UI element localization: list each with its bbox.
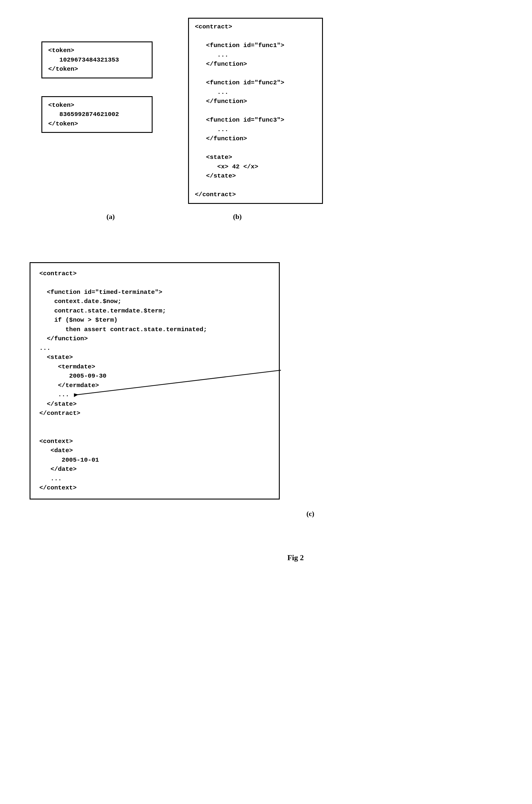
cb-l16: <x> 42 </x> — [195, 163, 258, 170]
cb-l17: </state> — [195, 172, 236, 179]
labels-row-ab: (a) (b) — [107, 213, 502, 221]
contract-box-b: <contract> <function id="func1"> ... </f… — [188, 18, 323, 204]
token1-open: <token> — [48, 47, 74, 54]
figure-label: Fig 2 — [89, 553, 502, 562]
cc-l15: </state> — [39, 401, 77, 407]
cc-l1: <contract> — [39, 270, 77, 277]
cc-l13: </termdate> — [39, 382, 99, 389]
cc-l5: contract.state.termdate.$term; — [39, 308, 166, 314]
label-b: (b) — [233, 213, 242, 221]
cc-l4: context.date.$now; — [39, 298, 121, 305]
cb-l8: ... — [195, 89, 228, 96]
cc-l12: 2005-09-30 — [39, 372, 107, 379]
cb-l4: ... — [195, 52, 228, 58]
token-box-2: <token> 8365992874621002 </token> — [41, 96, 153, 133]
cc-l16: </contract> — [39, 410, 80, 417]
cc-l21: 2005-10-01 — [39, 457, 99, 463]
cb-l9: </function> — [195, 98, 247, 105]
cb-l19: </contract> — [195, 191, 236, 198]
token2-close: </token> — [48, 121, 78, 127]
cb-l13: </function> — [195, 135, 247, 142]
label-c: (c) — [118, 510, 502, 518]
cb-l12: ... — [195, 126, 228, 133]
contract-box-c: <contract> <function id="timed-terminate… — [30, 262, 280, 499]
cc-l6: if ($now > $term) — [39, 317, 118, 324]
token2-open: <token> — [48, 102, 74, 109]
cc-l20: <date> — [39, 447, 73, 454]
cc-l19: <context> — [39, 438, 73, 445]
cc-l10: <state> — [39, 354, 73, 361]
cb-l1: <contract> — [195, 23, 232, 30]
cb-l15: <state> — [195, 154, 232, 161]
label-a: (a) — [107, 213, 115, 221]
token2-value: 8365992874621002 — [48, 111, 119, 118]
cb-l3: <function id="func1"> — [195, 42, 284, 49]
cc-l8: </function> — [39, 335, 88, 342]
cc-l23: ... — [39, 475, 62, 482]
top-row: <token> 1029673484321353 </token> <token… — [41, 18, 502, 204]
cc-l24: </context> — [39, 485, 77, 491]
cc-l14: ... — [39, 391, 69, 398]
token-box-1: <token> 1029673484321353 </token> — [41, 41, 153, 78]
cb-l5: </function> — [195, 61, 247, 68]
cc-l3: <function id="timed-terminate"> — [39, 289, 163, 296]
cc-l11: <termdate> — [39, 363, 95, 370]
tokens-column: <token> 1029673484321353 </token> <token… — [41, 41, 153, 133]
cc-l22: </date> — [39, 466, 77, 473]
token1-close: </token> — [48, 66, 78, 73]
token1-value: 1029673484321353 — [48, 56, 119, 63]
cb-l11: <function id="func3"> — [195, 116, 284, 123]
section-c: <contract> <function id="timed-terminate… — [30, 262, 502, 499]
cc-l9: ... — [39, 345, 51, 351]
cb-l7: <function id="func2"> — [195, 79, 284, 86]
cc-l7: then assert contract.state.terminated; — [39, 326, 207, 333]
